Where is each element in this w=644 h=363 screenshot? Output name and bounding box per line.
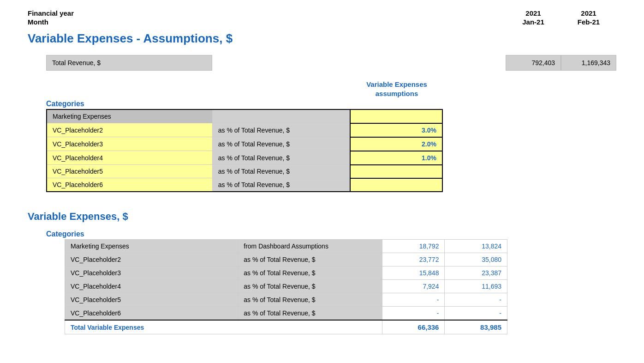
- col2-year: 2021: [561, 9, 616, 17]
- ve-type-4: as % of Total Revenue, $: [238, 293, 382, 307]
- revenue-row: Total Revenue, $ 792,403 1,169,343: [46, 55, 616, 71]
- ve-col2-4: -: [445, 293, 507, 307]
- ve-col1-2: 15,848: [382, 266, 445, 280]
- assump-val-4[interactable]: [350, 165, 442, 178]
- ve-category-1: VC_Placeholder2: [65, 253, 238, 266]
- assump-val-3[interactable]: 1.0%: [350, 151, 442, 165]
- assump-category-2: VC_Placeholder3: [47, 137, 212, 151]
- assump-type-0: [212, 109, 350, 123]
- ve-table: Marketing Expenses from Dashboard Assump…: [65, 239, 507, 334]
- assump-val-5[interactable]: [350, 178, 442, 192]
- assump-category-5: VC_Placeholder6: [47, 178, 212, 192]
- ve-category-0: Marketing Expenses: [65, 240, 238, 253]
- ve-type-0: from Dashboard Assumptions: [238, 240, 382, 253]
- assump-type-3: as % of Total Revenue, $: [212, 151, 350, 165]
- assumptions-col-header: Variable Expenses assumptions: [351, 80, 443, 98]
- assumptions-table: Marketing Expenses VC_Placeholder2 as % …: [46, 109, 443, 192]
- ve-total-col2: 83,985: [445, 320, 507, 334]
- month-label: Month: [28, 18, 74, 26]
- ve-total-col1: 66,336: [382, 320, 445, 334]
- ve-col2-5: -: [445, 307, 507, 321]
- assumptions-area: Variable Expenses assumptions Categories…: [46, 80, 616, 192]
- assump-category-3: VC_Placeholder4: [47, 151, 212, 165]
- ve-col2-3: 11,693: [445, 280, 507, 293]
- ve-col1-3: 7,924: [382, 280, 445, 293]
- ve-categories-label: Categories: [46, 230, 84, 238]
- ve-col2-0: 13,824: [445, 240, 507, 253]
- ve-section-title: Variable Expenses, $: [28, 211, 616, 223]
- ve-type-5: as % of Total Revenue, $: [238, 307, 382, 321]
- assump-type-1: as % of Total Revenue, $: [212, 123, 350, 137]
- variable-expenses-section: Variable Expenses, $ Categories Marketin…: [28, 211, 616, 334]
- assump-type-2: as % of Total Revenue, $: [212, 137, 350, 151]
- ve-total-label: Total Variable Expenses: [65, 320, 382, 334]
- revenue-col1: 792,403: [506, 55, 561, 71]
- revenue-col2: 1,169,343: [561, 55, 616, 71]
- financial-year-label: Financial year: [28, 9, 74, 17]
- col1-month: Jan-21: [506, 18, 561, 26]
- assumptions-categories-label: Categories: [46, 100, 84, 108]
- page-header: Financial year Month 2021 Jan-21 2021 Fe…: [28, 9, 616, 27]
- assump-category-0: Marketing Expenses: [47, 109, 212, 123]
- ve-col2-1: 35,080: [445, 253, 507, 266]
- col2-month: Feb-21: [561, 18, 616, 26]
- ve-col2-2: 23,387: [445, 266, 507, 280]
- ve-category-3: VC_Placeholder4: [65, 280, 238, 293]
- header-labels: Financial year Month: [28, 9, 74, 27]
- ve-col1-1: 23,772: [382, 253, 445, 266]
- ve-col1-4: -: [382, 293, 445, 307]
- assump-val-2[interactable]: 2.0%: [350, 137, 442, 151]
- ve-category-4: VC_Placeholder5: [65, 293, 238, 307]
- ve-col1-5: -: [382, 307, 445, 321]
- ve-category-5: VC_Placeholder6: [65, 307, 238, 321]
- assump-type-5: as % of Total Revenue, $: [212, 178, 350, 192]
- assump-type-4: as % of Total Revenue, $: [212, 165, 350, 178]
- assump-category-1: VC_Placeholder2: [47, 123, 212, 137]
- col2-header: 2021 Feb-21: [561, 9, 616, 27]
- assumptions-section-title: Variable Expenses - Assumptions, $: [28, 31, 616, 46]
- ve-type-3: as % of Total Revenue, $: [238, 280, 382, 293]
- header-years: 2021 Jan-21 2021 Feb-21: [506, 9, 616, 27]
- ve-type-2: as % of Total Revenue, $: [238, 266, 382, 280]
- col1-year: 2021: [506, 9, 561, 17]
- ve-type-1: as % of Total Revenue, $: [238, 253, 382, 266]
- assump-category-4: VC_Placeholder5: [47, 165, 212, 178]
- ve-col1-0: 18,792: [382, 240, 445, 253]
- assump-val-0: [350, 109, 442, 123]
- assump-val-1[interactable]: 3.0%: [350, 123, 442, 137]
- ve-category-2: VC_Placeholder3: [65, 266, 238, 280]
- revenue-label: Total Revenue, $: [46, 55, 212, 71]
- col1-header: 2021 Jan-21: [506, 9, 561, 27]
